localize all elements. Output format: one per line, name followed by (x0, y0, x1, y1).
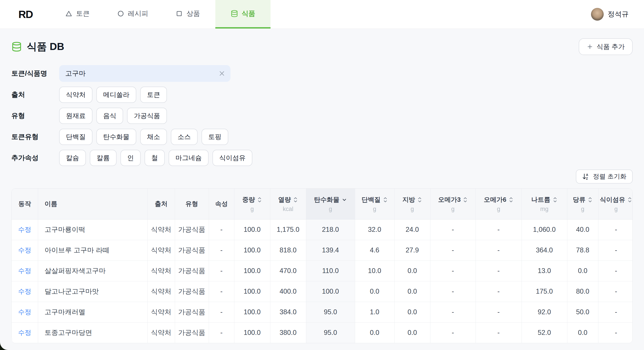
column-header-label: 속성 (215, 200, 228, 208)
user-name: 정석규 (608, 10, 629, 19)
column-header-attr: 속성 (209, 189, 234, 219)
filter-chip[interactable]: 식약처 (59, 87, 92, 103)
title-row: 식품 DB 식품 추가 (12, 38, 632, 55)
column-header-sugar[interactable]: 당류g (567, 189, 598, 219)
filter-chip[interactable]: 칼륨 (90, 150, 116, 166)
clear-search-icon[interactable] (218, 70, 226, 77)
filter-chip[interactable]: 원재료 (59, 108, 92, 124)
filter-row-name: 토큰/식품명 (12, 65, 632, 82)
edit-link[interactable]: 수정 (18, 288, 31, 295)
cell-sodium: 13.0 (522, 261, 567, 281)
cell-source: 식약처 (148, 261, 175, 281)
column-header-fat[interactable]: 지방g (394, 189, 430, 219)
food-table: 동작이름출처유형속성중량g열량kcal탄수화물g단백질g지방g오메가3g오메가6… (12, 188, 632, 343)
filter-chip[interactable]: 가공식품 (127, 108, 167, 124)
sort-reset-button-label: 정렬 초기화 (593, 172, 626, 181)
cell-omega6: - (476, 322, 522, 343)
column-header-weight[interactable]: 중량g (234, 189, 270, 219)
cell-attr: - (209, 261, 234, 281)
sort-reset-button[interactable]: AZ 정렬 초기화 (576, 169, 632, 184)
filter-chip[interactable]: 채소 (140, 129, 167, 145)
cell-action: 수정 (12, 302, 38, 322)
user-menu[interactable]: 정석규 (591, 0, 629, 29)
column-header-label: 당류 (573, 195, 592, 204)
cell-type: 가공식품 (175, 322, 209, 343)
table-row: 수정아이브루 고구마 라떼식약처가공식품-100.0818.0139.44.62… (12, 240, 632, 261)
svg-text:A: A (586, 173, 588, 177)
cell-fat: 0.0 (394, 261, 430, 281)
column-header-carb[interactable]: 탄수화물g (306, 189, 355, 219)
column-header-omega6[interactable]: 오메가6g (476, 189, 522, 219)
filter-chip[interactable]: 마그네슘 (169, 150, 208, 166)
chip-group-extra-attr: 칼슘칼륨인철마그네슘식이섬유 (59, 150, 252, 166)
column-header-label: 오메가3 (438, 195, 468, 204)
filter-chip[interactable]: 칼슘 (59, 150, 86, 166)
column-header-protein[interactable]: 단백질g (355, 189, 394, 219)
filter-chip[interactable]: 인 (120, 150, 141, 166)
cell-kcal: 400.0 (270, 281, 306, 302)
token-food-name-input[interactable] (59, 65, 230, 82)
main-content: 식품 DB 식품 추가 토큰/식품명출처식약처메디쏠라토큰유형원재료음식가공식품… (0, 29, 644, 343)
cell-kcal: 818.0 (270, 240, 306, 261)
column-unit: g (250, 206, 254, 213)
filters: 토큰/식품명출처식약처메디쏠라토큰유형원재료음식가공식품토큰유형단백질탄수화물채… (12, 65, 632, 166)
cell-carb: 110.0 (306, 261, 355, 281)
filter-chip[interactable]: 소스 (171, 129, 198, 145)
cell-source: 식약처 (148, 219, 175, 240)
nav-tab-1[interactable]: 토큰 (50, 0, 105, 29)
nav-tab-2[interactable]: 레시피 (105, 0, 160, 29)
cell-type: 가공식품 (175, 261, 209, 281)
filter-chip[interactable]: 메디쏠라 (96, 87, 136, 103)
cell-fiber: - (598, 322, 632, 343)
cell-weight: 100.0 (234, 322, 270, 343)
cell-fiber: - (598, 261, 632, 281)
column-header-omega3[interactable]: 오메가3g (430, 189, 476, 219)
edit-link[interactable]: 수정 (18, 247, 31, 254)
sort-az-icon: AZ (582, 173, 590, 180)
sort-icon (463, 196, 468, 203)
cell-source: 식약처 (148, 240, 175, 261)
cell-name: 고구마룡이떡 (38, 219, 148, 240)
filter-chip[interactable]: 단백질 (59, 129, 92, 145)
edit-link[interactable]: 수정 (18, 267, 31, 274)
page-title: 식품 DB (27, 40, 64, 54)
filter-chip[interactable]: 토핑 (202, 129, 228, 145)
filter-chip[interactable]: 탄수화물 (96, 129, 136, 145)
add-food-button[interactable]: 식품 추가 (579, 38, 632, 55)
nav-tab-3[interactable]: 상품 (160, 0, 215, 29)
column-header-label: 이름 (45, 200, 58, 208)
column-header-label: 동작 (18, 200, 31, 208)
cell-source: 식약처 (148, 302, 175, 322)
column-unit: g (581, 206, 584, 213)
column-header-sodium[interactable]: 나트륨mg (522, 189, 567, 219)
cell-protein: 4.6 (355, 240, 394, 261)
cell-name: 아이브루 고구마 라떼 (38, 240, 148, 261)
filter-chip[interactable]: 음식 (96, 108, 123, 124)
nav-tab-4[interactable]: 식품 (215, 0, 270, 29)
table-row: 수정살살퍼핑자색고구마식약처가공식품-100.0470.0110.010.00.… (12, 261, 632, 281)
cell-omega3: - (430, 281, 476, 302)
column-header-kcal[interactable]: 열량kcal (270, 189, 306, 219)
cell-omega6: - (476, 302, 522, 322)
filter-chip[interactable]: 철 (144, 150, 165, 166)
filter-chip[interactable]: 식이섬유 (212, 150, 252, 166)
column-header-label: 나트륨 (532, 195, 558, 204)
filter-label-extra-attr: 추가속성 (12, 153, 59, 162)
column-header-action: 동작 (12, 189, 38, 219)
cell-attr: - (209, 240, 234, 261)
cell-carb: 218.0 (306, 219, 355, 240)
cell-type: 가공식품 (175, 219, 209, 240)
edit-link[interactable]: 수정 (18, 226, 31, 233)
cell-attr: - (209, 322, 234, 343)
top-nav: RD 토큰레시피상품식품 정석규 (0, 0, 644, 29)
cell-omega3: - (430, 322, 476, 343)
column-header-source: 출처 (148, 189, 175, 219)
column-header-fiber[interactable]: 식이섬유g (598, 189, 632, 219)
edit-link[interactable]: 수정 (18, 329, 31, 336)
cell-weight: 100.0 (234, 219, 270, 240)
sort-icon (293, 196, 298, 203)
cell-name: 달고나군고구마맛 (38, 281, 148, 302)
filter-chip[interactable]: 토큰 (140, 87, 167, 103)
edit-link[interactable]: 수정 (18, 308, 31, 315)
cell-fat: 27.9 (394, 240, 430, 261)
